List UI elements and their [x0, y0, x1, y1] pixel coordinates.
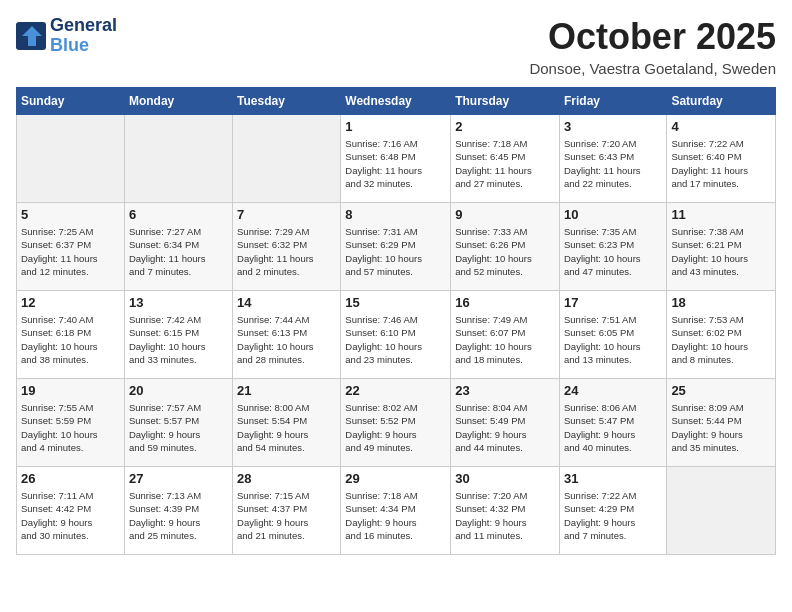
- calendar-week-4: 19Sunrise: 7:55 AM Sunset: 5:59 PM Dayli…: [17, 379, 776, 467]
- calendar-cell: 25Sunrise: 8:09 AM Sunset: 5:44 PM Dayli…: [667, 379, 776, 467]
- logo-icon: [16, 22, 46, 50]
- calendar-cell: 13Sunrise: 7:42 AM Sunset: 6:15 PM Dayli…: [124, 291, 232, 379]
- day-number: 25: [671, 383, 771, 398]
- calendar-cell: 29Sunrise: 7:18 AM Sunset: 4:34 PM Dayli…: [341, 467, 451, 555]
- day-number: 14: [237, 295, 336, 310]
- day-info: Sunrise: 7:44 AM Sunset: 6:13 PM Dayligh…: [237, 313, 336, 366]
- day-number: 8: [345, 207, 446, 222]
- day-info: Sunrise: 7:49 AM Sunset: 6:07 PM Dayligh…: [455, 313, 555, 366]
- day-info: Sunrise: 8:00 AM Sunset: 5:54 PM Dayligh…: [237, 401, 336, 454]
- day-number: 16: [455, 295, 555, 310]
- day-info: Sunrise: 7:11 AM Sunset: 4:42 PM Dayligh…: [21, 489, 120, 542]
- day-info: Sunrise: 7:16 AM Sunset: 6:48 PM Dayligh…: [345, 137, 446, 190]
- calendar-cell: 8Sunrise: 7:31 AM Sunset: 6:29 PM Daylig…: [341, 203, 451, 291]
- calendar-cell: 10Sunrise: 7:35 AM Sunset: 6:23 PM Dayli…: [559, 203, 666, 291]
- day-info: Sunrise: 8:02 AM Sunset: 5:52 PM Dayligh…: [345, 401, 446, 454]
- day-number: 5: [21, 207, 120, 222]
- day-number: 18: [671, 295, 771, 310]
- day-info: Sunrise: 7:31 AM Sunset: 6:29 PM Dayligh…: [345, 225, 446, 278]
- day-number: 6: [129, 207, 228, 222]
- col-header-thursday: Thursday: [451, 88, 560, 115]
- day-info: Sunrise: 7:53 AM Sunset: 6:02 PM Dayligh…: [671, 313, 771, 366]
- calendar-cell: [124, 115, 232, 203]
- day-info: Sunrise: 7:25 AM Sunset: 6:37 PM Dayligh…: [21, 225, 120, 278]
- calendar-cell: 3Sunrise: 7:20 AM Sunset: 6:43 PM Daylig…: [559, 115, 666, 203]
- calendar-cell: 17Sunrise: 7:51 AM Sunset: 6:05 PM Dayli…: [559, 291, 666, 379]
- calendar-cell: 12Sunrise: 7:40 AM Sunset: 6:18 PM Dayli…: [17, 291, 125, 379]
- calendar-week-5: 26Sunrise: 7:11 AM Sunset: 4:42 PM Dayli…: [17, 467, 776, 555]
- calendar-cell: 9Sunrise: 7:33 AM Sunset: 6:26 PM Daylig…: [451, 203, 560, 291]
- calendar-cell: 31Sunrise: 7:22 AM Sunset: 4:29 PM Dayli…: [559, 467, 666, 555]
- logo: General Blue: [16, 16, 117, 56]
- day-number: 1: [345, 119, 446, 134]
- day-number: 2: [455, 119, 555, 134]
- day-info: Sunrise: 7:22 AM Sunset: 6:40 PM Dayligh…: [671, 137, 771, 190]
- day-number: 27: [129, 471, 228, 486]
- calendar-cell: 7Sunrise: 7:29 AM Sunset: 6:32 PM Daylig…: [233, 203, 341, 291]
- calendar-header-row: SundayMondayTuesdayWednesdayThursdayFrid…: [17, 88, 776, 115]
- calendar-cell: 28Sunrise: 7:15 AM Sunset: 4:37 PM Dayli…: [233, 467, 341, 555]
- day-info: Sunrise: 7:46 AM Sunset: 6:10 PM Dayligh…: [345, 313, 446, 366]
- calendar-week-3: 12Sunrise: 7:40 AM Sunset: 6:18 PM Dayli…: [17, 291, 776, 379]
- page-header: General Blue October 2025 Donsoe, Vaestr…: [16, 16, 776, 77]
- calendar-table: SundayMondayTuesdayWednesdayThursdayFrid…: [16, 87, 776, 555]
- col-header-sunday: Sunday: [17, 88, 125, 115]
- calendar-cell: 19Sunrise: 7:55 AM Sunset: 5:59 PM Dayli…: [17, 379, 125, 467]
- day-number: 22: [345, 383, 446, 398]
- calendar-cell: 20Sunrise: 7:57 AM Sunset: 5:57 PM Dayli…: [124, 379, 232, 467]
- day-number: 10: [564, 207, 662, 222]
- day-info: Sunrise: 7:55 AM Sunset: 5:59 PM Dayligh…: [21, 401, 120, 454]
- calendar-cell: 23Sunrise: 8:04 AM Sunset: 5:49 PM Dayli…: [451, 379, 560, 467]
- day-number: 29: [345, 471, 446, 486]
- day-info: Sunrise: 7:27 AM Sunset: 6:34 PM Dayligh…: [129, 225, 228, 278]
- day-info: Sunrise: 7:13 AM Sunset: 4:39 PM Dayligh…: [129, 489, 228, 542]
- day-info: Sunrise: 7:29 AM Sunset: 6:32 PM Dayligh…: [237, 225, 336, 278]
- calendar-cell: 16Sunrise: 7:49 AM Sunset: 6:07 PM Dayli…: [451, 291, 560, 379]
- day-number: 26: [21, 471, 120, 486]
- col-header-tuesday: Tuesday: [233, 88, 341, 115]
- calendar-cell: 4Sunrise: 7:22 AM Sunset: 6:40 PM Daylig…: [667, 115, 776, 203]
- calendar-week-2: 5Sunrise: 7:25 AM Sunset: 6:37 PM Daylig…: [17, 203, 776, 291]
- day-info: Sunrise: 7:15 AM Sunset: 4:37 PM Dayligh…: [237, 489, 336, 542]
- calendar-cell: 2Sunrise: 7:18 AM Sunset: 6:45 PM Daylig…: [451, 115, 560, 203]
- calendar-week-1: 1Sunrise: 7:16 AM Sunset: 6:48 PM Daylig…: [17, 115, 776, 203]
- day-info: Sunrise: 7:51 AM Sunset: 6:05 PM Dayligh…: [564, 313, 662, 366]
- day-number: 7: [237, 207, 336, 222]
- day-number: 31: [564, 471, 662, 486]
- calendar-cell: 21Sunrise: 8:00 AM Sunset: 5:54 PM Dayli…: [233, 379, 341, 467]
- day-info: Sunrise: 7:18 AM Sunset: 4:34 PM Dayligh…: [345, 489, 446, 542]
- day-info: Sunrise: 8:09 AM Sunset: 5:44 PM Dayligh…: [671, 401, 771, 454]
- day-info: Sunrise: 7:40 AM Sunset: 6:18 PM Dayligh…: [21, 313, 120, 366]
- col-header-monday: Monday: [124, 88, 232, 115]
- calendar-cell: 5Sunrise: 7:25 AM Sunset: 6:37 PM Daylig…: [17, 203, 125, 291]
- calendar-cell: [233, 115, 341, 203]
- day-info: Sunrise: 7:57 AM Sunset: 5:57 PM Dayligh…: [129, 401, 228, 454]
- day-number: 11: [671, 207, 771, 222]
- day-number: 9: [455, 207, 555, 222]
- day-number: 17: [564, 295, 662, 310]
- day-number: 4: [671, 119, 771, 134]
- col-header-saturday: Saturday: [667, 88, 776, 115]
- day-number: 23: [455, 383, 555, 398]
- calendar-cell: 6Sunrise: 7:27 AM Sunset: 6:34 PM Daylig…: [124, 203, 232, 291]
- calendar-cell: 30Sunrise: 7:20 AM Sunset: 4:32 PM Dayli…: [451, 467, 560, 555]
- day-number: 24: [564, 383, 662, 398]
- calendar-cell: 15Sunrise: 7:46 AM Sunset: 6:10 PM Dayli…: [341, 291, 451, 379]
- calendar-cell: 24Sunrise: 8:06 AM Sunset: 5:47 PM Dayli…: [559, 379, 666, 467]
- calendar-cell: [17, 115, 125, 203]
- day-info: Sunrise: 8:06 AM Sunset: 5:47 PM Dayligh…: [564, 401, 662, 454]
- day-info: Sunrise: 7:42 AM Sunset: 6:15 PM Dayligh…: [129, 313, 228, 366]
- month-title: October 2025: [529, 16, 776, 58]
- logo-line2: Blue: [50, 36, 117, 56]
- day-number: 12: [21, 295, 120, 310]
- day-info: Sunrise: 7:33 AM Sunset: 6:26 PM Dayligh…: [455, 225, 555, 278]
- calendar-cell: 27Sunrise: 7:13 AM Sunset: 4:39 PM Dayli…: [124, 467, 232, 555]
- col-header-wednesday: Wednesday: [341, 88, 451, 115]
- calendar-cell: [667, 467, 776, 555]
- col-header-friday: Friday: [559, 88, 666, 115]
- calendar-cell: 14Sunrise: 7:44 AM Sunset: 6:13 PM Dayli…: [233, 291, 341, 379]
- day-info: Sunrise: 7:20 AM Sunset: 6:43 PM Dayligh…: [564, 137, 662, 190]
- day-info: Sunrise: 8:04 AM Sunset: 5:49 PM Dayligh…: [455, 401, 555, 454]
- day-number: 30: [455, 471, 555, 486]
- day-number: 3: [564, 119, 662, 134]
